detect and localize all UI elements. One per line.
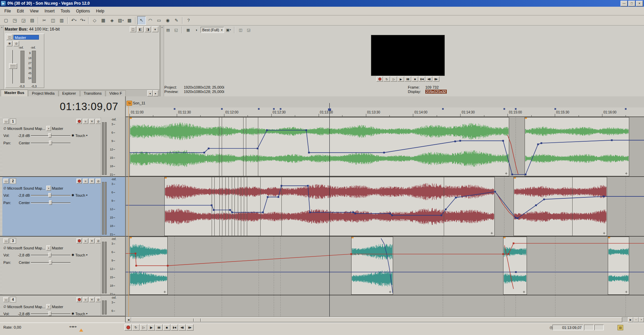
play-button[interactable]: ▶ bbox=[397, 77, 404, 82]
edit-marker-dot[interactable] bbox=[258, 108, 260, 110]
play-button[interactable]: ▶ bbox=[148, 324, 155, 331]
automation-mode-icon[interactable]: ✱ bbox=[71, 193, 74, 197]
slider-thumb[interactable] bbox=[48, 312, 51, 316]
menu-help[interactable]: Help bbox=[93, 7, 107, 15]
tab-scroll-left-button[interactable]: ◂ bbox=[147, 90, 153, 96]
phase-invert-icon[interactable]: ∅ bbox=[3, 305, 6, 308]
phase-invert-icon[interactable]: ∅ bbox=[3, 186, 6, 190]
edit-marker-dot[interactable] bbox=[554, 108, 556, 110]
cursor-timecode-display[interactable]: 01:13:09,07 bbox=[0, 96, 125, 117]
slider-thumb[interactable] bbox=[49, 200, 52, 205]
menu-view[interactable]: View bbox=[27, 7, 42, 15]
play-from-start-button[interactable]: ▷ bbox=[140, 324, 147, 331]
phase-invert-icon[interactable]: ∅ bbox=[3, 127, 6, 130]
stop-button[interactable]: ■ bbox=[412, 77, 418, 82]
pan-slider[interactable] bbox=[31, 260, 70, 265]
slider-thumb[interactable] bbox=[48, 253, 51, 257]
edit-marker-dot[interactable] bbox=[442, 108, 444, 110]
edit-marker-dot[interactable] bbox=[515, 108, 517, 110]
slider-thumb[interactable] bbox=[48, 193, 51, 197]
zoom-in-button[interactable]: + bbox=[639, 317, 644, 322]
chevron-down-icon[interactable]: ▾ bbox=[86, 253, 88, 256]
status-box-1[interactable] bbox=[584, 325, 594, 330]
envelope-edit-tool-button[interactable]: ◠ bbox=[146, 16, 155, 25]
mute-button[interactable]: ⊘ bbox=[96, 119, 101, 124]
track-header-1[interactable]: ▭1≡✕⊘∅Microsoft Sound Map...▪MasterVol:-… bbox=[0, 117, 125, 177]
scroll-right-button[interactable]: ▶ bbox=[628, 317, 633, 322]
track-automation-button[interactable]: ≡ bbox=[83, 119, 88, 124]
enable-snapping-button[interactable]: ◇ bbox=[90, 16, 99, 25]
paste-button[interactable]: ▥ bbox=[57, 16, 66, 25]
scrollbar-thumb[interactable] bbox=[131, 317, 622, 322]
tab-transitions[interactable]: Transitions bbox=[80, 90, 105, 96]
arm-record-button[interactable] bbox=[76, 179, 82, 184]
close-button[interactable]: × bbox=[636, 1, 643, 6]
title-bar[interactable]: ▶ 0% (30 of 30) - Son Nu.veg - Vegas Pro… bbox=[0, 0, 644, 7]
open-button[interactable]: ◳ bbox=[10, 16, 19, 25]
minimize-button[interactable]: — bbox=[621, 1, 628, 6]
volume-slider[interactable] bbox=[31, 193, 70, 197]
automation-mode-value[interactable]: Touch bbox=[75, 193, 85, 197]
track-grip[interactable] bbox=[0, 237, 2, 295]
close-panel-icon[interactable]: × bbox=[0, 26, 3, 29]
bus-routing-button[interactable]: ▪ bbox=[46, 126, 51, 131]
chevron-down-icon[interactable]: ▾ bbox=[86, 312, 88, 315]
track-fx-button[interactable]: ✕ bbox=[89, 119, 95, 124]
copy-button[interactable]: ◫ bbox=[49, 16, 57, 25]
slider-thumb[interactable] bbox=[49, 141, 52, 145]
pause-button[interactable]: ▮▮ bbox=[405, 77, 411, 82]
panel-grip[interactable]: × bbox=[0, 26, 4, 89]
mute-button[interactable]: ⊘ bbox=[96, 238, 101, 243]
rate-slider[interactable]: ◂◂▸▸ bbox=[69, 325, 77, 328]
automation-mode-icon[interactable]: ✱ bbox=[71, 253, 74, 257]
slider-thumb[interactable] bbox=[48, 133, 51, 138]
project-properties-button[interactable]: ▤ bbox=[28, 16, 37, 25]
track-automation-button[interactable]: ≡ bbox=[83, 297, 88, 302]
horizontal-scrollbar[interactable]: ◀ ▶ − + bbox=[126, 317, 644, 323]
mute-button[interactable]: ⊘ bbox=[96, 179, 101, 184]
loop-playback-button[interactable]: ↻ bbox=[132, 324, 140, 331]
record-button[interactable] bbox=[376, 77, 383, 82]
tab-project-media[interactable]: Project Media bbox=[28, 90, 58, 96]
playhead-marker[interactable] bbox=[328, 108, 331, 111]
track-fx-button[interactable]: ✕ bbox=[89, 238, 95, 243]
edit-marker-dot[interactable] bbox=[174, 108, 175, 110]
auto-ripple-button[interactable]: ▧▾ bbox=[116, 16, 125, 25]
track-2-timeline[interactable] bbox=[126, 177, 644, 236]
downmix-output-button[interactable]: ◧ bbox=[137, 27, 144, 32]
edit-marker-dot[interactable] bbox=[221, 108, 223, 110]
volume-slider[interactable] bbox=[31, 312, 70, 316]
dim-output-button[interactable]: ◨ bbox=[145, 27, 151, 32]
record-button[interactable] bbox=[124, 324, 132, 331]
phase-invert-icon[interactable]: ∅ bbox=[3, 246, 6, 250]
pan-slider[interactable] bbox=[31, 200, 70, 205]
bus-routing-button[interactable]: ▪ bbox=[46, 186, 51, 191]
edit-marker-dot[interactable] bbox=[273, 108, 275, 110]
pan-slider[interactable] bbox=[31, 141, 70, 145]
tab-scroll-right-button[interactable]: ▸ bbox=[153, 90, 158, 96]
track-grip[interactable] bbox=[0, 117, 2, 176]
master-mute-button[interactable]: ⊘ bbox=[13, 41, 19, 46]
menu-insert[interactable]: Insert bbox=[42, 7, 58, 15]
minimize-track-button[interactable]: ▭ bbox=[3, 238, 9, 243]
cut-button[interactable]: ✂ bbox=[40, 16, 49, 25]
edit-marker-dot[interactable] bbox=[503, 108, 505, 110]
track-automation-button[interactable]: ≡ bbox=[83, 179, 88, 184]
pencil-tool-button[interactable]: ✎ bbox=[172, 16, 181, 25]
rate-marker-icon[interactable] bbox=[79, 329, 83, 332]
go-to-start-button[interactable]: ▮◀ bbox=[419, 77, 425, 82]
selection-edit-tool-button[interactable]: ▭ bbox=[155, 16, 163, 25]
menu-edit[interactable]: Edit bbox=[14, 7, 27, 15]
grid-overlay-button[interactable]: ▦ bbox=[184, 27, 192, 33]
save-button[interactable]: ◲ bbox=[19, 16, 28, 25]
edit-marker-dot[interactable] bbox=[625, 108, 627, 110]
track-fx-button[interactable]: ✕ bbox=[89, 179, 95, 184]
redo-button[interactable]: ↷▾ bbox=[78, 16, 87, 25]
maximize-button[interactable]: □ bbox=[628, 1, 635, 6]
quantize-to-frames-button[interactable]: ▦ bbox=[99, 16, 108, 25]
automation-mode-value[interactable]: Touch bbox=[75, 312, 85, 316]
copy-snapshot-button[interactable]: ◫ bbox=[237, 27, 244, 33]
stop-button[interactable]: ■ bbox=[163, 324, 170, 331]
next-frame-button[interactable]: ▮▶ bbox=[433, 77, 439, 82]
status-box-2[interactable] bbox=[594, 325, 604, 330]
